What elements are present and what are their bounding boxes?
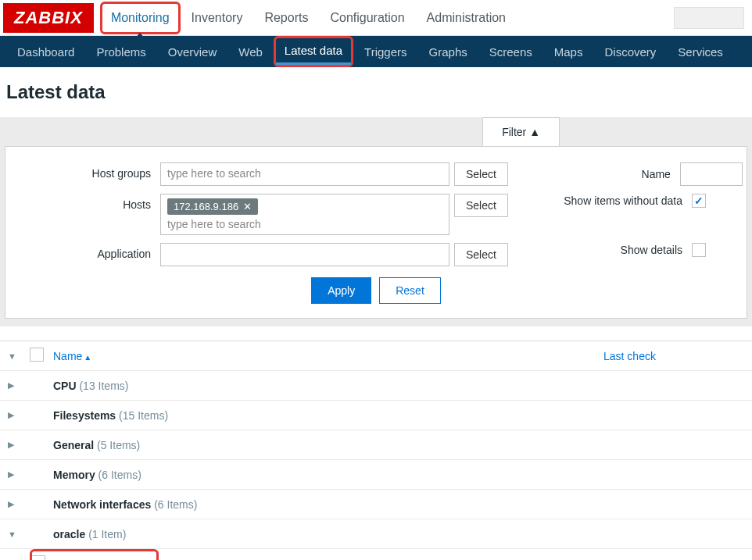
- table-row[interactable]: ▶ Filesystems (15 Items): [0, 401, 752, 430]
- topnav-administration[interactable]: Administration: [416, 2, 517, 34]
- hosts-label: Hosts: [20, 194, 160, 211]
- subnav-overview[interactable]: Overview: [157, 37, 228, 66]
- name-input[interactable]: [680, 162, 743, 186]
- hosts-input[interactable]: 172.168.9.186 ✕ type here to search: [160, 194, 449, 235]
- show-details-checkbox[interactable]: [692, 243, 706, 257]
- subnav-problems[interactable]: Problems: [85, 37, 156, 66]
- sort-by-lastcheck[interactable]: Last check: [603, 350, 656, 362]
- subnav-web[interactable]: Web: [227, 37, 274, 66]
- table-row[interactable]: ▶ General (5 Items): [0, 430, 752, 460]
- expand-icon[interactable]: ▶: [8, 469, 30, 480]
- apply-button[interactable]: Apply: [311, 277, 371, 304]
- table-row[interactable]: ▼ oracle (1 Item): [0, 519, 752, 549]
- application-label: Application: [20, 243, 160, 260]
- subnav-graphs[interactable]: Graphs: [418, 37, 478, 66]
- item-checkbox[interactable]: [31, 555, 45, 560]
- zabbix-logo[interactable]: ZABBIX: [3, 3, 94, 33]
- collapse-icon[interactable]: ▼: [8, 530, 30, 539]
- subnav-services[interactable]: Services: [667, 37, 734, 66]
- remove-tag-icon[interactable]: ✕: [243, 201, 252, 212]
- table-row[interactable]: ▶ Network interfaces (6 Items): [0, 490, 752, 519]
- topnav-monitoring[interactable]: Monitoring: [100, 2, 181, 34]
- show-without-data-checkbox[interactable]: [692, 194, 706, 208]
- host-groups-label: Host groups: [20, 162, 160, 180]
- subnav-screens[interactable]: Screens: [478, 37, 543, 66]
- table-row[interactable]: ▶ Memory (6 Items): [0, 460, 752, 490]
- topnav-inventory[interactable]: Inventory: [181, 2, 254, 34]
- item-name: ora_con: [55, 558, 603, 561]
- reset-button[interactable]: Reset: [379, 277, 441, 304]
- subnav-maps[interactable]: Maps: [543, 37, 594, 66]
- name-label: Name: [524, 168, 680, 180]
- host-tag[interactable]: 172.168.9.186 ✕: [167, 198, 258, 215]
- topnav-reports[interactable]: Reports: [253, 2, 319, 34]
- expand-icon[interactable]: ▶: [8, 380, 30, 391]
- show-without-data-label: Show items without data: [535, 194, 692, 207]
- table-item-row[interactable]: ora_con 2019-08-28 15:33:44: [0, 549, 752, 560]
- subnav-discovery[interactable]: Discovery: [593, 37, 667, 66]
- expand-icon[interactable]: ▶: [8, 410, 30, 420]
- subnav-triggers[interactable]: Triggers: [353, 37, 417, 66]
- global-search[interactable]: [674, 7, 744, 29]
- item-lastcheck: 2019-08-28 15:33:44: [603, 558, 744, 561]
- page-title: Latest data: [0, 67, 752, 117]
- expand-all-icon[interactable]: ▼: [8, 351, 30, 361]
- table-row[interactable]: ▶ CPU (13 Items): [0, 371, 752, 401]
- host-groups-select-button[interactable]: Select: [454, 162, 508, 186]
- hosts-select-button[interactable]: Select: [454, 194, 508, 217]
- application-select-button[interactable]: Select: [454, 243, 508, 266]
- application-input[interactable]: [160, 243, 449, 266]
- subnav-latest-data[interactable]: Latest data: [276, 38, 351, 65]
- sort-by-name[interactable]: Name▲: [53, 350, 91, 362]
- select-all-checkbox[interactable]: [30, 348, 44, 362]
- expand-icon[interactable]: ▶: [8, 440, 30, 450]
- subnav-dashboard[interactable]: Dashboard: [6, 37, 85, 66]
- expand-icon[interactable]: ▶: [8, 499, 30, 509]
- filter-toggle[interactable]: Filter ▲: [482, 117, 560, 146]
- host-groups-input[interactable]: type here to search: [160, 162, 449, 186]
- topnav-configuration[interactable]: Configuration: [319, 2, 415, 34]
- show-details-label: Show details: [535, 244, 692, 256]
